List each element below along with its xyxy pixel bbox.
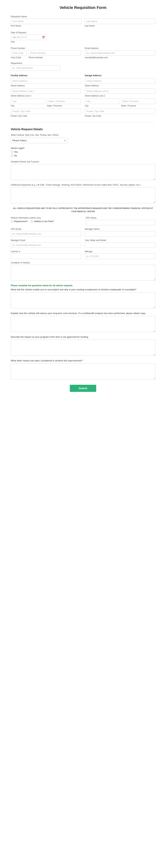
facility-address-group: Facility Address: Street Address Street …	[11, 74, 81, 118]
q4-label: What other means has been considered to …	[11, 359, 155, 362]
garage-postal-input[interactable]	[85, 108, 155, 114]
license-input[interactable]	[11, 253, 81, 259]
manager-name-input[interactable]	[85, 231, 155, 237]
garage-city-group: City	[85, 98, 119, 108]
mileage-input[interactable]	[85, 253, 155, 259]
facility-state-group: State / Province	[47, 98, 81, 108]
street-legal-no-label[interactable]: No	[11, 154, 155, 157]
street-legal-no-text: No	[14, 154, 17, 157]
garage-street2-label: Street Address Line 2	[85, 95, 155, 97]
email-input[interactable]	[85, 50, 155, 56]
q3-label: Describe the impact on your program if t…	[11, 336, 155, 338]
afo-name-label: AFO Name:	[86, 217, 155, 219]
requestor-label: Requestor Name	[11, 15, 155, 18]
area-code-input[interactable]	[11, 50, 27, 56]
last-name-input[interactable]	[84, 19, 155, 24]
vehicle-type-group: Select Vehicle Type (Car, Van, Pickup, B…	[11, 134, 68, 143]
facility-city-group: City	[11, 98, 45, 108]
date-section: Date of Request 📅 Date	[11, 31, 155, 43]
license-label: License #:	[11, 250, 81, 253]
email-group: Email Address: example@example.com	[85, 47, 155, 60]
afo-manager-row: AFO Email: Manager Name:	[11, 228, 155, 237]
afo-email-label: AFO Email:	[11, 228, 81, 230]
garage-state-input[interactable]	[121, 98, 156, 104]
facility-postal-input[interactable]	[11, 108, 81, 114]
garage-postal-label: Postal / Zip Code	[85, 115, 155, 117]
street-legal-no-radio[interactable]	[11, 154, 13, 157]
email-sub-label: example@example.com	[85, 56, 155, 59]
manager-name-label: Manager Name:	[85, 228, 155, 230]
street-legal-yes-text: Yes	[14, 151, 18, 153]
department-section: Department:	[11, 62, 155, 71]
addition-radio[interactable]	[30, 220, 33, 223]
email-label: Email Address:	[85, 47, 155, 50]
vehicle-type-select[interactable]: Please Select Car Van Pickup Bus Other	[11, 138, 68, 143]
garage-city-input[interactable]	[85, 98, 119, 104]
phone-email-row: Phone Number Area Code Phone Number Emai…	[11, 47, 155, 60]
garage-street-input[interactable]	[85, 78, 155, 84]
submit-button[interactable]: Submit	[70, 385, 96, 392]
department-input[interactable]	[11, 65, 61, 71]
q2-textarea[interactable]	[11, 316, 155, 332]
license-group: License #:	[11, 250, 81, 259]
facility-city-input[interactable]	[11, 98, 45, 104]
date-input-wrapper: 📅	[11, 35, 47, 40]
additional-equipment-section: Additional Equipment (e.g. Lift Gate, Tr…	[11, 184, 155, 203]
facility-state-input[interactable]	[47, 98, 81, 104]
phone-number-input[interactable]	[29, 50, 81, 56]
afo-name-input[interactable]	[86, 220, 155, 225]
garage-street2-input[interactable]	[85, 88, 155, 94]
year-make-model-input[interactable]	[85, 242, 155, 248]
facility-postal-label: Postal / Zip Code	[11, 115, 81, 117]
afo-name-group: AFO Name:	[86, 217, 155, 225]
garage-address-group: Garage Address: Street Address Street Ad…	[85, 74, 155, 118]
facility-street-input[interactable]	[11, 78, 81, 84]
addition-text: Addition to the Fleet?	[34, 220, 54, 223]
street-legal-label: Street Legal?	[11, 147, 155, 150]
q2-label: Explain how this vehicle will reduce you…	[11, 312, 155, 315]
q3-textarea[interactable]	[11, 340, 155, 356]
requestor-group: Requestor Name First Name Last Name	[11, 15, 155, 28]
q1-label: What will this vehicle enable you to acc…	[11, 288, 155, 291]
questions-section: Please complete the questions below for …	[11, 284, 155, 379]
first-name-input[interactable]	[11, 19, 82, 24]
last-name-group: Last Name	[84, 19, 155, 28]
q1-group: What will this vehicle enable you to acc…	[11, 288, 155, 308]
condition-textarea[interactable]	[11, 265, 155, 281]
vehicle-info-section: Vehicle Information (select one): Replac…	[11, 217, 155, 281]
additional-equipment-label: Additional Equipment (e.g. Lift Gate, Tr…	[11, 184, 155, 186]
date-sub-label: Date	[11, 41, 47, 43]
condition-section: Condition of Vehicle:	[11, 261, 155, 281]
q1-textarea[interactable]	[11, 292, 155, 308]
date-input[interactable]	[11, 35, 47, 40]
replacement-radio-label[interactable]: Replacement?	[11, 220, 28, 223]
date-label: Date of Request	[11, 31, 47, 34]
mileage-label: Mileage:	[85, 250, 155, 253]
vehicle-info-top-row: Vehicle Information (select one): Replac…	[11, 217, 155, 225]
street-legal-yes-radio[interactable]	[11, 151, 13, 153]
afo-name-form-group: AFO Name:	[86, 217, 155, 225]
phone-number-group: Phone Number	[29, 50, 81, 60]
afo-email-input[interactable]	[11, 231, 81, 237]
submit-row: Submit	[11, 385, 155, 392]
area-code-group: Area Code	[11, 50, 27, 60]
q4-textarea[interactable]	[11, 363, 155, 379]
street-legal-yes-label[interactable]: Yes	[11, 151, 155, 153]
additional-equipment-textarea[interactable]	[11, 187, 155, 203]
year-make-model-group: Year, Make and Model:	[85, 239, 155, 248]
replacement-radio[interactable]	[11, 220, 13, 223]
vehicle-info-radio-group: Replacement? Addition to the Fleet?	[11, 220, 80, 223]
page-title: Vehicle Requisition Form	[11, 5, 155, 10]
addition-radio-label[interactable]: Addition to the Fleet?	[30, 220, 54, 223]
manager-email-label: Manager Email:	[11, 239, 81, 242]
job-function-group: Detailed Vehicle Job Function:	[11, 160, 155, 180]
facility-street2-input[interactable]	[11, 88, 81, 94]
job-function-textarea[interactable]	[11, 164, 155, 180]
mileage-group: Mileage:	[85, 250, 155, 259]
phone-group: Phone Number Area Code Phone Number	[11, 47, 81, 60]
manager-email-input[interactable]	[11, 242, 81, 248]
page-container: Vehicle Requisition Form Requestor Name …	[0, 0, 166, 403]
phone-number-label: Phone Number	[29, 56, 81, 59]
year-make-model-label: Year, Make and Model:	[85, 239, 155, 242]
vehicle-type-section: Select Vehicle Type (Car, Van, Pickup, B…	[11, 134, 155, 143]
